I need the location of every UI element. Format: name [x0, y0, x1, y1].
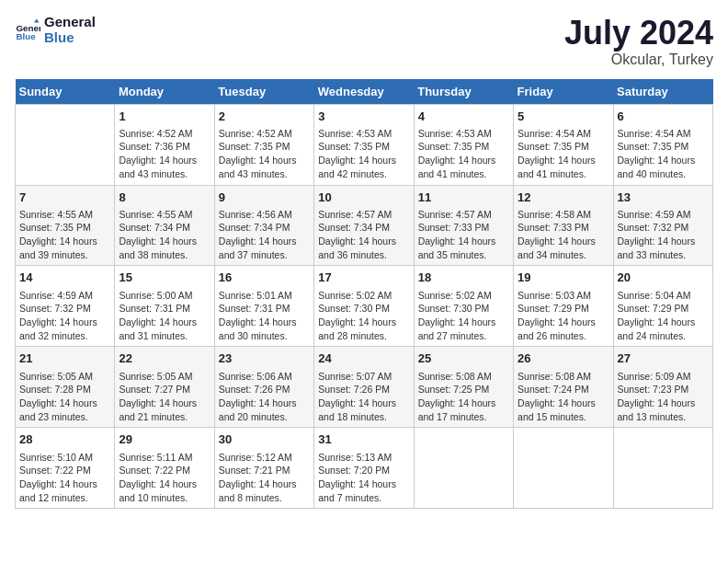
day-info: Sunrise: 5:11 AM Sunset: 7:22 PM Dayligh… [119, 451, 210, 505]
day-cell: 1Sunrise: 4:52 AM Sunset: 7:36 PM Daylig… [115, 104, 214, 185]
day-info: Sunrise: 5:09 AM Sunset: 7:23 PM Dayligh… [618, 370, 709, 424]
day-cell: 24Sunrise: 5:07 AM Sunset: 7:26 PM Dayli… [314, 347, 414, 428]
day-info: Sunrise: 4:58 AM Sunset: 7:33 PM Dayligh… [518, 208, 609, 262]
day-info: Sunrise: 5:02 AM Sunset: 7:30 PM Dayligh… [418, 289, 509, 343]
month-title: July 2024 [564, 15, 713, 52]
day-cell: 25Sunrise: 5:08 AM Sunset: 7:25 PM Dayli… [414, 347, 513, 428]
day-number: 22 [119, 350, 210, 367]
day-number: 18 [418, 270, 509, 286]
day-cell: 20Sunrise: 5:04 AM Sunset: 7:29 PM Dayli… [613, 266, 712, 347]
day-header-monday: Monday [115, 79, 214, 105]
day-cell: 12Sunrise: 4:58 AM Sunset: 7:33 PM Dayli… [514, 185, 613, 266]
day-header-thursday: Thursday [414, 79, 513, 105]
day-cell: 13Sunrise: 4:59 AM Sunset: 7:32 PM Dayli… [613, 185, 712, 266]
day-info: Sunrise: 5:08 AM Sunset: 7:24 PM Dayligh… [518, 370, 609, 424]
day-info: Sunrise: 4:57 AM Sunset: 7:34 PM Dayligh… [318, 208, 409, 262]
day-info: Sunrise: 5:01 AM Sunset: 7:31 PM Dayligh… [219, 289, 310, 343]
day-number: 24 [318, 350, 409, 367]
day-header-friday: Friday [514, 79, 613, 105]
day-number: 15 [119, 270, 210, 286]
day-cell: 27Sunrise: 5:09 AM Sunset: 7:23 PM Dayli… [613, 347, 712, 428]
day-header-sunday: Sunday [16, 79, 115, 105]
day-number: 4 [418, 109, 509, 125]
week-row-1: 1Sunrise: 4:52 AM Sunset: 7:36 PM Daylig… [16, 104, 713, 185]
day-info: Sunrise: 4:54 AM Sunset: 7:35 PM Dayligh… [618, 127, 709, 181]
svg-text:Blue: Blue [16, 30, 36, 40]
day-number: 19 [518, 270, 609, 286]
day-cell: 11Sunrise: 4:57 AM Sunset: 7:33 PM Dayli… [414, 185, 513, 266]
day-cell: 26Sunrise: 5:08 AM Sunset: 7:24 PM Dayli… [514, 347, 613, 428]
day-info: Sunrise: 5:07 AM Sunset: 7:26 PM Dayligh… [318, 370, 409, 424]
day-info: Sunrise: 4:53 AM Sunset: 7:35 PM Dayligh… [418, 127, 509, 181]
day-cell: 7Sunrise: 4:55 AM Sunset: 7:35 PM Daylig… [16, 185, 115, 266]
day-info: Sunrise: 4:53 AM Sunset: 7:35 PM Dayligh… [318, 127, 409, 181]
day-cell: 10Sunrise: 4:57 AM Sunset: 7:34 PM Dayli… [314, 185, 414, 266]
day-info: Sunrise: 5:12 AM Sunset: 7:21 PM Dayligh… [219, 451, 310, 505]
logo: General Blue General Blue [15, 15, 96, 45]
week-row-5: 28Sunrise: 5:10 AM Sunset: 7:22 PM Dayli… [16, 428, 713, 509]
day-info: Sunrise: 5:13 AM Sunset: 7:20 PM Dayligh… [318, 451, 409, 505]
day-cell [414, 428, 513, 509]
day-cell: 30Sunrise: 5:12 AM Sunset: 7:21 PM Dayli… [214, 428, 313, 509]
day-number: 8 [119, 190, 210, 206]
subtitle: Okcular, Turkey [564, 52, 713, 68]
day-cell: 23Sunrise: 5:06 AM Sunset: 7:26 PM Dayli… [214, 347, 313, 428]
day-number: 29 [119, 431, 210, 448]
day-number: 7 [19, 190, 110, 206]
day-info: Sunrise: 5:04 AM Sunset: 7:29 PM Dayligh… [618, 289, 709, 343]
day-cell: 21Sunrise: 5:05 AM Sunset: 7:28 PM Dayli… [16, 347, 115, 428]
day-info: Sunrise: 4:52 AM Sunset: 7:36 PM Dayligh… [119, 127, 210, 181]
day-cell: 4Sunrise: 4:53 AM Sunset: 7:35 PM Daylig… [414, 104, 513, 185]
day-number: 25 [418, 350, 509, 367]
day-cell [613, 428, 712, 509]
day-cell: 15Sunrise: 5:00 AM Sunset: 7:31 PM Dayli… [115, 266, 214, 347]
day-cell: 3Sunrise: 4:53 AM Sunset: 7:35 PM Daylig… [314, 104, 414, 185]
day-number: 20 [618, 270, 709, 286]
day-info: Sunrise: 4:56 AM Sunset: 7:34 PM Dayligh… [219, 208, 310, 262]
day-number: 16 [219, 270, 310, 286]
day-number: 6 [618, 109, 709, 125]
day-cell: 18Sunrise: 5:02 AM Sunset: 7:30 PM Dayli… [414, 266, 513, 347]
day-number: 2 [219, 109, 310, 125]
day-number: 12 [518, 190, 609, 206]
day-number: 10 [318, 190, 409, 206]
day-info: Sunrise: 4:57 AM Sunset: 7:33 PM Dayligh… [418, 208, 509, 262]
day-info: Sunrise: 5:08 AM Sunset: 7:25 PM Dayligh… [418, 370, 509, 424]
day-cell [16, 104, 115, 185]
day-info: Sunrise: 4:52 AM Sunset: 7:35 PM Dayligh… [219, 127, 310, 181]
day-cell: 19Sunrise: 5:03 AM Sunset: 7:29 PM Dayli… [514, 266, 613, 347]
day-number: 5 [518, 109, 609, 125]
day-cell: 17Sunrise: 5:02 AM Sunset: 7:30 PM Dayli… [314, 266, 414, 347]
day-info: Sunrise: 5:05 AM Sunset: 7:27 PM Dayligh… [119, 370, 210, 424]
day-cell: 5Sunrise: 4:54 AM Sunset: 7:35 PM Daylig… [514, 104, 613, 185]
day-number: 31 [318, 431, 409, 448]
day-number: 28 [19, 431, 110, 448]
day-info: Sunrise: 5:05 AM Sunset: 7:28 PM Dayligh… [19, 370, 110, 424]
day-cell: 2Sunrise: 4:52 AM Sunset: 7:35 PM Daylig… [214, 104, 313, 185]
day-info: Sunrise: 5:06 AM Sunset: 7:26 PM Dayligh… [219, 370, 310, 424]
calendar-header-row: SundayMondayTuesdayWednesdayThursdayFrid… [16, 79, 713, 105]
day-cell: 28Sunrise: 5:10 AM Sunset: 7:22 PM Dayli… [16, 428, 115, 509]
calendar-body: 1Sunrise: 4:52 AM Sunset: 7:36 PM Daylig… [16, 104, 713, 509]
week-row-4: 21Sunrise: 5:05 AM Sunset: 7:28 PM Dayli… [16, 347, 713, 428]
logo-icon: General Blue [15, 17, 40, 43]
day-cell: 31Sunrise: 5:13 AM Sunset: 7:20 PM Dayli… [314, 428, 414, 509]
day-header-tuesday: Tuesday [214, 79, 313, 105]
day-number: 30 [219, 431, 310, 448]
day-number: 23 [219, 350, 310, 367]
day-info: Sunrise: 4:59 AM Sunset: 7:32 PM Dayligh… [618, 208, 709, 262]
day-number: 27 [618, 350, 709, 367]
day-info: Sunrise: 4:55 AM Sunset: 7:34 PM Dayligh… [119, 208, 210, 262]
svg-marker-2 [34, 18, 40, 22]
calendar-table: SundayMondayTuesdayWednesdayThursdayFrid… [15, 79, 713, 510]
day-cell: 6Sunrise: 4:54 AM Sunset: 7:35 PM Daylig… [613, 104, 712, 185]
day-info: Sunrise: 5:00 AM Sunset: 7:31 PM Dayligh… [119, 289, 210, 343]
day-number: 11 [418, 190, 509, 206]
day-number: 21 [19, 350, 110, 367]
day-number: 3 [318, 109, 409, 125]
header: General Blue General Blue July 2024 Okcu… [15, 15, 713, 68]
day-info: Sunrise: 5:03 AM Sunset: 7:29 PM Dayligh… [518, 289, 609, 343]
day-cell: 22Sunrise: 5:05 AM Sunset: 7:27 PM Dayli… [115, 347, 214, 428]
week-row-2: 7Sunrise: 4:55 AM Sunset: 7:35 PM Daylig… [16, 185, 713, 266]
day-cell: 8Sunrise: 4:55 AM Sunset: 7:34 PM Daylig… [115, 185, 214, 266]
